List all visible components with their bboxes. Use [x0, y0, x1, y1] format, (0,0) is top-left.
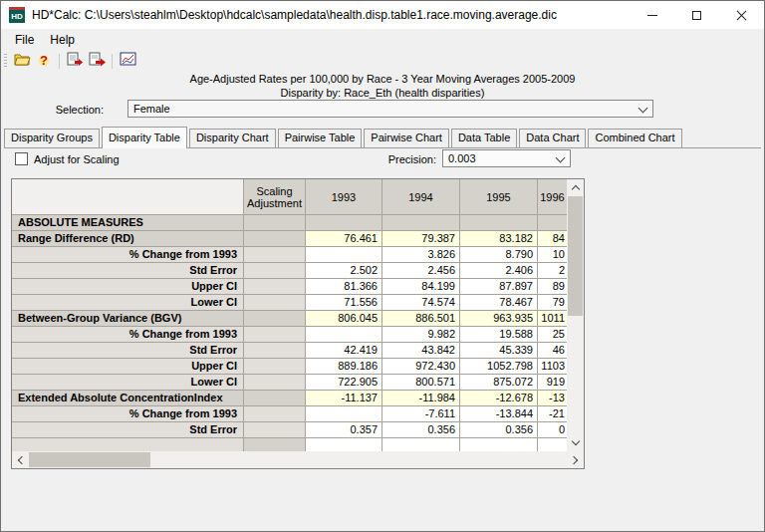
- table-cell: 2: [538, 263, 567, 279]
- table-cell: 886.501: [382, 311, 460, 327]
- chart-view-icon: [120, 52, 136, 70]
- column-header-label: Scaling Adjustment: [244, 185, 305, 209]
- table-cell: 84.199: [382, 279, 460, 295]
- tab-disparity-chart[interactable]: Disparity Chart: [189, 129, 276, 147]
- row-label: Lower CI: [12, 295, 244, 311]
- export-run-button[interactable]: [86, 52, 108, 70]
- selection-dropdown[interactable]: Female: [128, 100, 653, 118]
- table-row: % Change from 1993-7.611-13.844-21: [12, 406, 584, 422]
- scaling-adjustment-cell: [244, 311, 306, 327]
- scroll-left-icon: [18, 455, 26, 463]
- menu-item-file[interactable]: File: [7, 30, 42, 50]
- scroll-down-button[interactable]: [567, 434, 584, 451]
- table-cell: 1011: [538, 311, 567, 327]
- tab-combined-chart[interactable]: Combined Chart: [588, 129, 681, 147]
- app-window: HD HD*Calc: C:\Users\steahlm\Desktop\hdc…: [0, 0, 765, 532]
- table-cell: 83.182: [460, 231, 538, 247]
- table-cell: -13.844: [460, 406, 538, 422]
- column-header-label: 1994: [408, 191, 432, 203]
- table-cell: 2.406: [460, 263, 538, 279]
- help-icon: ?: [37, 54, 51, 68]
- table-cell: 71.556: [306, 295, 382, 311]
- scroll-up-button[interactable]: [567, 179, 584, 196]
- scroll-left-button[interactable]: [12, 451, 29, 468]
- column-header: Scaling Adjustment: [244, 179, 306, 215]
- scroll-right-button[interactable]: [567, 451, 584, 468]
- chevron-down-icon: [556, 153, 566, 163]
- selection-value: Female: [133, 103, 170, 115]
- close-button[interactable]: [719, 1, 764, 29]
- table-cell: 43.842: [382, 343, 460, 359]
- table-cell: 25: [538, 327, 567, 343]
- table-cell: 81.366: [306, 279, 382, 295]
- toolbar: ?: [1, 51, 764, 71]
- table-cell: 2.456: [382, 263, 460, 279]
- partial-cell: [306, 438, 382, 451]
- row-label: Std Error: [12, 263, 244, 279]
- row-label: % Change from 1993: [12, 406, 244, 422]
- menu-item-help[interactable]: Help: [42, 30, 83, 50]
- tab-disparity-groups[interactable]: Disparity Groups: [4, 129, 100, 147]
- column-header: 1995: [460, 179, 538, 215]
- table-cell: -11.137: [306, 391, 382, 406]
- table-cell: [382, 215, 460, 231]
- table-row: Range Difference (RD)76.46179.38783.1828…: [12, 231, 584, 247]
- horizontal-scrollbar[interactable]: [12, 451, 584, 468]
- table-cell: 972.430: [382, 359, 460, 375]
- scaling-adjustment-cell: [244, 215, 306, 231]
- row-label: Lower CI: [12, 375, 244, 391]
- tab-data-table[interactable]: Data Table: [451, 129, 517, 147]
- table-cell: 919: [538, 375, 567, 391]
- table-cell: 0.357: [306, 422, 382, 438]
- scroll-right-icon: [570, 455, 578, 463]
- table-cell: 3.826: [382, 247, 460, 263]
- table-cell: 1052.798: [460, 359, 538, 375]
- adjust-for-scaling-checkbox[interactable]: [15, 152, 28, 165]
- maximize-button[interactable]: [674, 1, 719, 29]
- table-cell: [306, 215, 382, 231]
- column-header: 1994: [382, 179, 460, 215]
- vertical-scrollbar-thumb[interactable]: [568, 196, 583, 316]
- selection-label: Selection:: [1, 104, 104, 116]
- tab-data-chart[interactable]: Data Chart: [519, 129, 586, 147]
- table-cell: 963.935: [460, 311, 538, 327]
- row-label: Range Difference (RD): [12, 231, 244, 247]
- table-cell: [538, 215, 567, 231]
- partial-row: [12, 438, 584, 451]
- corner-header-cell: [12, 179, 244, 215]
- table-row: Extended Absolute ConcentrationIndex-11.…: [12, 391, 584, 406]
- partial-cell: [538, 438, 567, 451]
- export-file-button[interactable]: [64, 52, 86, 70]
- table-header-row: Scaling Adjustment1993199419951996: [12, 179, 584, 215]
- tab-pairwise-table[interactable]: Pairwise Table: [278, 129, 363, 147]
- app-icon: HD: [9, 7, 25, 23]
- table-row: Lower CI722.905800.571875.072919: [12, 375, 584, 391]
- tab-disparity-table[interactable]: Disparity Table: [102, 127, 187, 148]
- table-cell: 74.574: [382, 295, 460, 311]
- table-row: Between-Group Variance (BGV)806.045886.5…: [12, 311, 584, 327]
- window-controls: [630, 1, 764, 29]
- table-cell: 8.790: [460, 247, 538, 263]
- table-cell: 45.339: [460, 343, 538, 359]
- chevron-down-icon: [638, 104, 648, 114]
- scaling-adjustment-cell: [244, 295, 306, 311]
- table-cell: 87.897: [460, 279, 538, 295]
- help-button[interactable]: ?: [33, 52, 55, 70]
- scaling-adjustment-cell: [244, 391, 306, 406]
- chart-view-button[interactable]: [117, 52, 138, 70]
- minimize-button[interactable]: [630, 1, 674, 29]
- scaling-adjustment-cell: [244, 231, 306, 247]
- table-cell: 89: [538, 279, 567, 295]
- table-row: Std Error2.5022.4562.4062: [12, 263, 584, 279]
- horizontal-scrollbar-thumb[interactable]: [29, 452, 150, 467]
- open-file-button[interactable]: [11, 52, 33, 70]
- column-header-label: 1995: [486, 191, 510, 203]
- tab-pairwise-chart[interactable]: Pairwise Chart: [364, 129, 449, 147]
- table-cell: -21: [538, 406, 567, 422]
- table-cell: [306, 327, 382, 343]
- precision-dropdown[interactable]: 0.003: [442, 149, 571, 167]
- vertical-scrollbar[interactable]: [567, 179, 584, 451]
- disparity-table: Scaling Adjustment1993199419951996ABSOLU…: [11, 178, 585, 469]
- maximize-icon: [692, 11, 701, 20]
- table-row: Upper CI81.36684.19987.89789: [12, 279, 584, 295]
